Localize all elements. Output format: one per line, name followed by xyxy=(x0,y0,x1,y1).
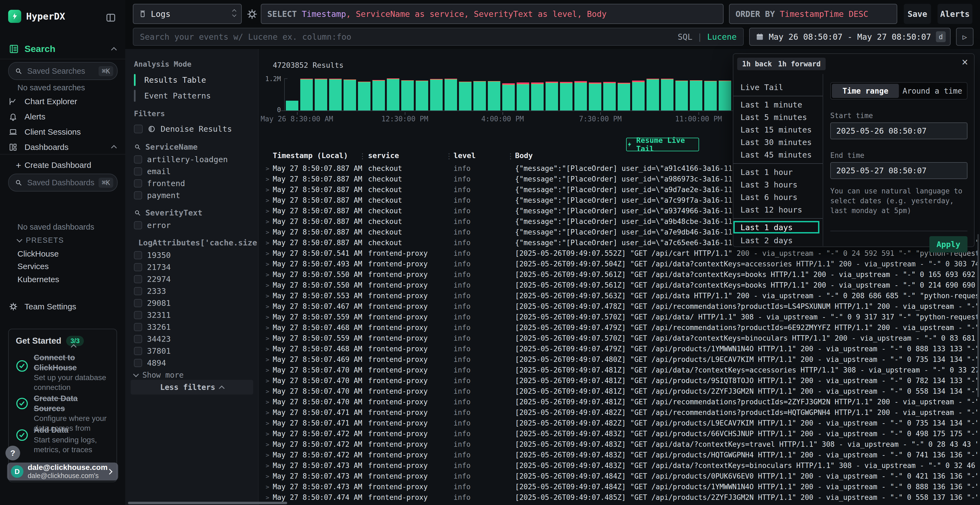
filter-option-frontend[interactable]: frontend xyxy=(134,178,251,189)
sidebar-collapse-icon[interactable] xyxy=(106,13,116,24)
filter-option-artillery-loadgen[interactable]: artillery-loadgen xyxy=(134,154,251,165)
time-preset-last-15-minutes[interactable]: Last 15 minutes xyxy=(733,124,822,136)
source-settings-gear-icon[interactable] xyxy=(247,9,258,20)
table-row[interactable]: >May 27 8:50:07.468 AMfrontend-proxyinfo… xyxy=(259,344,978,354)
checkbox[interactable] xyxy=(134,125,143,133)
live-tail-play-button[interactable]: ▷ xyxy=(956,28,974,46)
filter-option-29081[interactable]: 29081 xyxy=(134,297,251,309)
time-preset-last-2-days[interactable]: Last 2 days xyxy=(733,234,822,246)
start-time-input[interactable]: 2025-05-26 08:50:07 xyxy=(830,122,967,139)
sidebar-item-client-sessions[interactable]: Client Sessions xyxy=(0,125,125,139)
vertical-scrollbar[interactable] xyxy=(977,234,979,397)
one-hour-forward-button[interactable]: 1h forward xyxy=(773,58,826,70)
histogram-bar[interactable] xyxy=(704,78,717,110)
filter-option-4894[interactable]: 4894 xyxy=(134,357,251,369)
filter-option-22974[interactable]: 22974 xyxy=(134,273,251,285)
histogram-bar[interactable] xyxy=(560,78,573,110)
table-row[interactable]: >May 27 8:50:07.472 AMfrontend-proxyinfo… xyxy=(259,439,978,450)
sidebar-item-alerts[interactable]: Alerts xyxy=(0,110,125,124)
table-row[interactable]: >May 27 8:50:07.559 AMfrontend-proxyinfo… xyxy=(259,312,978,322)
table-row[interactable]: >May 27 8:50:07.474 AMfrontend-proxyinfo… xyxy=(259,492,978,503)
table-row[interactable]: >May 27 8:50:07.550 AMfrontend-proxyinfo… xyxy=(259,280,978,291)
date-range-input[interactable]: May 26 08:50:07 - May 27 08:50:07 d xyxy=(749,28,951,46)
table-row[interactable]: >May 27 8:50:07.472 AMfrontend-proxyinfo… xyxy=(259,429,978,439)
table-row[interactable]: >May 27 8:50:07.550 AMfrontend-proxyinfo… xyxy=(259,269,978,280)
time-preset-last-12-hours[interactable]: Last 12 hours xyxy=(733,203,822,216)
get-started-item[interactable]: Connect to ClickHouse Set up your databa… xyxy=(16,353,110,392)
checkbox[interactable] xyxy=(134,179,142,187)
column-service[interactable]: service xyxy=(368,151,399,160)
table-row[interactable]: >May 27 8:50:07.470 AMfrontend-proxyinfo… xyxy=(259,375,978,386)
histogram-bar[interactable] xyxy=(661,78,673,110)
sidebar-section-search[interactable]: Search xyxy=(0,40,125,59)
histogram-bar[interactable] xyxy=(401,78,414,110)
filter-option-33261[interactable]: 33261 xyxy=(134,321,251,333)
filter-option-error[interactable]: error xyxy=(134,219,251,231)
filter-option-34423[interactable]: 34423 xyxy=(134,333,251,345)
checkbox[interactable] xyxy=(134,347,142,355)
saved-dashboards-input[interactable]: Saved Dashboards ⌘K xyxy=(8,173,118,192)
table-row[interactable]: >May 27 8:50:07.473 AMfrontend-proxyinfo… xyxy=(259,481,978,492)
time-preset-last-1-days[interactable]: Last 1 days xyxy=(733,221,819,233)
time-preset-last-1-minute[interactable]: Last 1 minute xyxy=(733,98,822,111)
histogram-bar[interactable] xyxy=(502,78,515,110)
histogram-bar[interactable] xyxy=(372,78,385,110)
sql-toggle[interactable]: SQL xyxy=(678,32,692,41)
checkbox[interactable] xyxy=(134,191,142,199)
one-hour-back-button[interactable]: 1h back xyxy=(737,58,777,70)
histogram-bar[interactable] xyxy=(603,78,616,110)
table-row[interactable]: >May 27 8:50:07.469 AMfrontend-proxyinfo… xyxy=(259,354,978,365)
table-row[interactable]: >May 27 8:50:07.470 AMfrontend-proxyinfo… xyxy=(259,365,978,375)
checkbox[interactable] xyxy=(134,359,142,367)
table-row[interactable]: >May 27 8:50:07.470 AMfrontend-proxyinfo… xyxy=(259,397,978,407)
time-preset-last-30-minutes[interactable]: Last 30 minutes xyxy=(733,136,822,149)
checkbox[interactable] xyxy=(134,299,142,307)
close-icon[interactable]: × xyxy=(962,56,968,68)
search-input[interactable]: Search your events w/ Lucene ex. column:… xyxy=(133,28,744,46)
mode-results-table[interactable]: Results Table xyxy=(134,74,206,86)
get-started-item[interactable]: Add Data Start sending logs, metrics, or… xyxy=(16,425,110,455)
app-logo[interactable]: HyperDX xyxy=(8,10,65,23)
histogram-bar[interactable] xyxy=(589,78,601,110)
histogram-bar[interactable] xyxy=(546,78,558,110)
histogram-bar[interactable] xyxy=(646,78,659,110)
column-drag-handle-icon[interactable]: ⋮ xyxy=(507,152,514,160)
save-button[interactable]: Save xyxy=(904,4,931,24)
histogram-bar[interactable] xyxy=(473,78,486,110)
order-by-editor[interactable]: ORDER BY TimestampTime DESC xyxy=(729,4,897,24)
column-drag-handle-icon[interactable]: ⋮ xyxy=(359,152,366,160)
show-more-toggle[interactable]: Show more xyxy=(134,369,251,381)
user-menu[interactable]: D dale@clickhouse.com dale@clickhouse.co… xyxy=(7,462,118,481)
mode-event-patterns[interactable]: Event Patterns xyxy=(134,90,211,102)
help-button[interactable]: ? xyxy=(5,446,20,461)
table-row[interactable]: >May 27 8:50:07.493 AMfrontend-proxyinfo… xyxy=(259,259,978,269)
checkbox[interactable] xyxy=(134,221,142,229)
time-preset-last-3-hours[interactable]: Last 3 hours xyxy=(733,178,822,191)
filter-option-37801[interactable]: 37801 xyxy=(134,345,251,357)
histogram-bar[interactable] xyxy=(574,78,587,110)
histogram-bar[interactable] xyxy=(286,78,298,110)
checkbox[interactable] xyxy=(134,251,142,259)
column-drag-handle-icon[interactable]: ⋮ xyxy=(445,152,453,160)
resume-live-tail-button[interactable]: Resume Live Tail xyxy=(626,138,699,151)
column-body[interactable]: Body xyxy=(515,151,533,160)
checkbox[interactable] xyxy=(134,263,142,271)
filter-option-payment[interactable]: payment xyxy=(134,189,251,201)
tab-around-a-time[interactable]: Around a time xyxy=(899,84,966,98)
column-timestamp[interactable]: Timestamp (Local) xyxy=(273,151,348,160)
checkbox[interactable] xyxy=(134,167,142,176)
histogram-bar[interactable] xyxy=(618,78,630,110)
table-row[interactable]: >May 27 8:50:07.473 AMfrontend-proxyinfo… xyxy=(259,471,978,481)
source-select[interactable]: Logs xyxy=(133,4,242,24)
histogram-bar[interactable] xyxy=(445,78,457,110)
preset-link-services[interactable]: Services xyxy=(18,262,49,271)
apply-button[interactable]: Apply xyxy=(929,236,967,252)
filter-option-2333[interactable]: 2333 xyxy=(134,285,251,297)
checkbox[interactable] xyxy=(134,275,142,283)
histogram-bar[interactable] xyxy=(315,78,327,110)
table-row[interactable]: >May 27 8:50:07.467 AMfrontend-proxyinfo… xyxy=(259,301,978,312)
table-row[interactable]: >May 27 8:50:07.468 AMfrontend-proxyinfo… xyxy=(259,322,978,333)
presets-toggle[interactable]: PRESETS xyxy=(18,236,64,245)
table-row[interactable]: >May 27 8:50:07.471 AMfrontend-proxyinfo… xyxy=(259,418,978,429)
histogram-bar[interactable] xyxy=(329,78,342,110)
